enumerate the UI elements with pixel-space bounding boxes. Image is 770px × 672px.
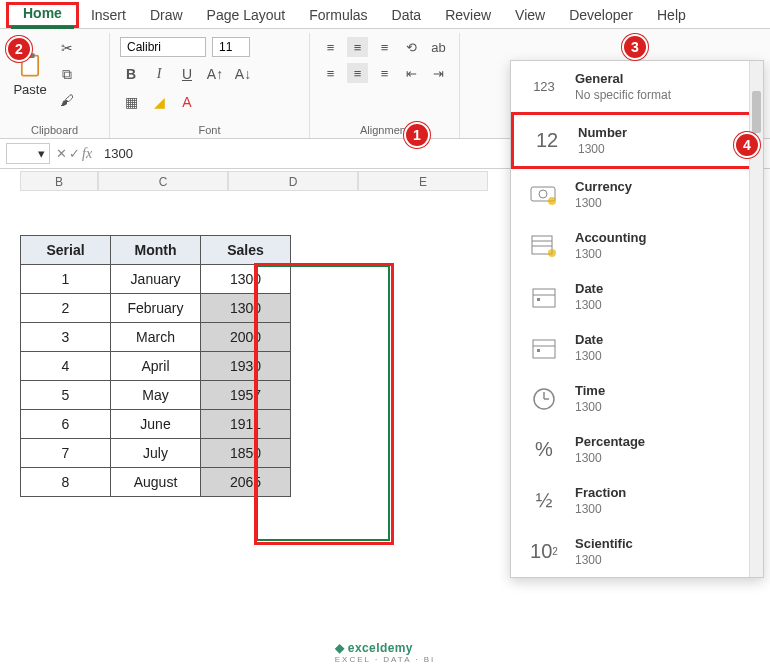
cell[interactable]: 4 — [21, 352, 111, 381]
paste-label: Paste — [10, 82, 50, 97]
align-middle-icon[interactable]: ≡ — [347, 37, 368, 57]
borders-icon[interactable]: ▦ — [120, 91, 142, 113]
scientific-icon: 102 — [527, 537, 561, 567]
percentage-icon: % — [527, 435, 561, 465]
tab-view[interactable]: View — [503, 2, 557, 28]
cell[interactable]: February — [111, 294, 201, 323]
cell[interactable]: March — [111, 323, 201, 352]
name-box[interactable]: ▾ — [6, 143, 50, 164]
cell[interactable]: 5 — [21, 381, 111, 410]
col-head-b[interactable]: B — [20, 171, 98, 191]
tab-insert[interactable]: Insert — [79, 2, 138, 28]
merge-icon[interactable]: ⇥ — [428, 63, 449, 83]
cell[interactable]: 2000 — [201, 323, 291, 352]
callout-1: 1 — [404, 122, 430, 148]
cell[interactable]: 1957 — [201, 381, 291, 410]
cell[interactable]: May — [111, 381, 201, 410]
enter-icon[interactable]: ✓ — [69, 146, 80, 162]
svg-point-8 — [548, 249, 556, 257]
align-left-icon[interactable]: ≡ — [320, 63, 341, 83]
callout-2: 2 — [6, 36, 32, 62]
orientation-icon[interactable]: ⟲ — [401, 37, 422, 57]
clipboard-group-label: Clipboard — [10, 122, 99, 136]
tab-help[interactable]: Help — [645, 2, 698, 28]
ribbon-tabs: Home Insert Draw Page Layout Formulas Da… — [0, 0, 770, 29]
general-icon: 123 — [527, 72, 561, 102]
cell[interactable]: August — [111, 468, 201, 497]
number-format-dropdown: 123 GeneralNo specific format 12 Number1… — [510, 60, 764, 578]
italic-button[interactable]: I — [148, 63, 170, 85]
svg-point-4 — [548, 197, 556, 205]
underline-button[interactable]: U — [176, 63, 198, 85]
tab-developer[interactable]: Developer — [557, 2, 645, 28]
cell[interactable]: 1300 — [201, 294, 291, 323]
cancel-icon[interactable]: ✕ — [56, 146, 67, 162]
callout-3: 3 — [622, 34, 648, 60]
tab-page-layout[interactable]: Page Layout — [195, 2, 298, 28]
cell[interactable]: 1911 — [201, 410, 291, 439]
th-serial: Serial — [21, 236, 111, 265]
align-right-icon[interactable]: ≡ — [374, 63, 395, 83]
cell[interactable]: 1 — [21, 265, 111, 294]
nf-fraction[interactable]: ½ Fraction1300 — [511, 475, 763, 526]
wrap-text-icon[interactable]: ab — [428, 37, 449, 57]
nf-date-2[interactable]: Date1300 — [511, 322, 763, 373]
font-color-icon[interactable]: A — [176, 91, 198, 113]
svg-point-3 — [539, 190, 547, 198]
cell[interactable]: 2065 — [201, 468, 291, 497]
nf-currency[interactable]: Currency1300 — [511, 169, 763, 220]
brand-logo: ◆ exceldemy EXCEL · DATA · BI — [335, 641, 436, 664]
cell[interactable]: 2 — [21, 294, 111, 323]
align-bottom-icon[interactable]: ≡ — [374, 37, 395, 57]
cell[interactable]: April — [111, 352, 201, 381]
decrease-font-icon[interactable]: A↓ — [232, 63, 254, 85]
nf-accounting[interactable]: Accounting1300 — [511, 220, 763, 271]
tab-formulas[interactable]: Formulas — [297, 2, 379, 28]
th-sales: Sales — [201, 236, 291, 265]
svg-rect-12 — [533, 340, 555, 358]
align-top-icon[interactable]: ≡ — [320, 37, 341, 57]
fill-color-icon[interactable]: ◢ — [148, 91, 170, 113]
font-size-select[interactable] — [212, 37, 250, 57]
cell[interactable]: 1850 — [201, 439, 291, 468]
chevron-down-icon: ▾ — [38, 146, 45, 161]
cell[interactable]: 1300 — [201, 265, 291, 294]
data-table: Serial Month Sales 1January1300 2Februar… — [20, 235, 291, 497]
cell[interactable]: 3 — [21, 323, 111, 352]
nf-general[interactable]: 123 GeneralNo specific format — [511, 61, 763, 112]
increase-font-icon[interactable]: A↑ — [204, 63, 226, 85]
tab-draw[interactable]: Draw — [138, 2, 195, 28]
cell[interactable]: 8 — [21, 468, 111, 497]
accounting-icon — [527, 231, 561, 261]
cut-icon[interactable]: ✂ — [56, 37, 78, 59]
cell[interactable]: 1930 — [201, 352, 291, 381]
font-group-label: Font — [120, 122, 299, 136]
col-head-e[interactable]: E — [358, 171, 488, 191]
font-name-select[interactable] — [120, 37, 206, 57]
nf-scientific[interactable]: 102 Scientific1300 — [511, 526, 763, 577]
tab-review[interactable]: Review — [433, 2, 503, 28]
col-head-c[interactable]: C — [98, 171, 228, 191]
home-tab-highlight: Home — [6, 2, 79, 28]
format-painter-icon[interactable]: 🖌 — [56, 89, 78, 111]
indent-dec-icon[interactable]: ⇤ — [401, 63, 422, 83]
cell[interactable]: 6 — [21, 410, 111, 439]
cell[interactable]: 7 — [21, 439, 111, 468]
col-head-d[interactable]: D — [228, 171, 358, 191]
nf-percentage[interactable]: % Percentage1300 — [511, 424, 763, 475]
copy-icon[interactable]: ⧉ — [56, 63, 78, 85]
cell[interactable]: January — [111, 265, 201, 294]
tab-data[interactable]: Data — [380, 2, 434, 28]
align-center-icon[interactable]: ≡ — [347, 63, 368, 83]
svg-rect-9 — [533, 289, 555, 307]
svg-rect-11 — [537, 298, 540, 301]
th-month: Month — [111, 236, 201, 265]
cell[interactable]: July — [111, 439, 201, 468]
bold-button[interactable]: B — [120, 63, 142, 85]
nf-date-1[interactable]: Date1300 — [511, 271, 763, 322]
tab-home[interactable]: Home — [11, 0, 74, 29]
fx-icon[interactable]: fx — [82, 146, 92, 162]
nf-number[interactable]: 12 Number1300 — [511, 112, 763, 169]
cell[interactable]: June — [111, 410, 201, 439]
nf-time[interactable]: Time1300 — [511, 373, 763, 424]
